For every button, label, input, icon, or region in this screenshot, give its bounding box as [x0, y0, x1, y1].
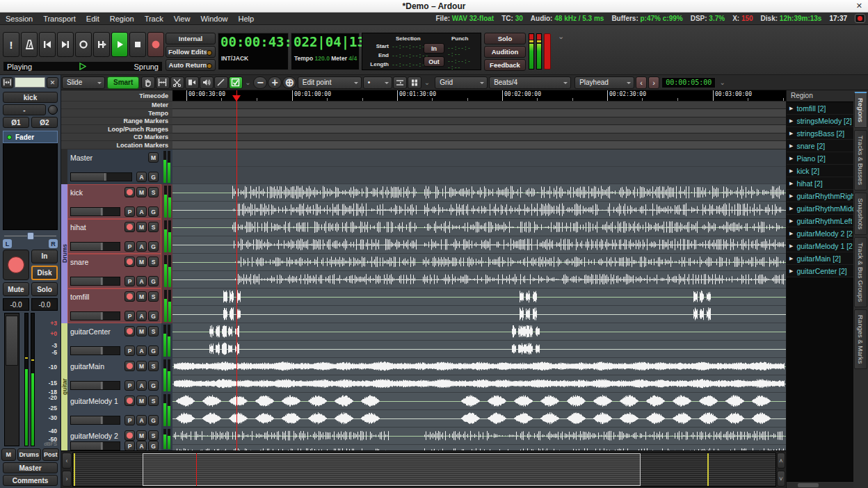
- track-mute-button[interactable]: M: [136, 396, 147, 406]
- track-playlist-button[interactable]: P: [124, 241, 135, 252]
- menu-session[interactable]: Session: [6, 15, 33, 23]
- track-group-button[interactable]: G: [148, 380, 159, 391]
- track-record-button[interactable]: [124, 257, 135, 267]
- track-mute-button[interactable]: M: [136, 291, 147, 302]
- tab-regions[interactable]: Regions: [854, 92, 867, 128]
- processor-box[interactable]: [3, 143, 58, 230]
- strip-tab-m[interactable]: M: [1, 448, 16, 461]
- track-mute-button[interactable]: M: [148, 152, 159, 163]
- region-list-item[interactable]: ▶guitarCenter [2]: [787, 265, 853, 277]
- track-header[interactable]: guitarMelody 2MSPAG: [67, 428, 161, 450]
- track-lane-canvas[interactable]: [172, 323, 786, 358]
- track-record-button[interactable]: [124, 361, 135, 371]
- grid-unit-dropdown[interactable]: Beats/4: [489, 76, 571, 89]
- phase2-button[interactable]: Ø2: [31, 117, 58, 128]
- track-automation-button[interactable]: A: [136, 345, 147, 356]
- processor-fader-entry[interactable]: Fader: [3, 131, 58, 143]
- track-automation-button[interactable]: A: [136, 241, 147, 252]
- menu-help[interactable]: Help: [239, 15, 255, 23]
- goto-end-button[interactable]: [57, 32, 74, 57]
- strip-tab-drums[interactable]: Drums: [17, 448, 41, 461]
- track-fader[interactable]: [70, 242, 120, 251]
- track-lane-canvas[interactable]: [172, 288, 786, 323]
- track-header[interactable]: guitarMelody 1MSPAG: [67, 393, 161, 428]
- track-name[interactable]: tomfill: [70, 293, 123, 301]
- track-solo-button[interactable]: S: [148, 430, 159, 441]
- track-playlist-button[interactable]: P: [124, 380, 135, 391]
- zoom-focus-dropdown[interactable]: Playhead: [574, 76, 634, 89]
- track-record-button[interactable]: [124, 430, 135, 441]
- summary-scroll-right-button[interactable]: ›: [62, 471, 72, 487]
- playhead-marker-icon[interactable]: [232, 95, 241, 106]
- track-fader[interactable]: [70, 381, 120, 390]
- trim-button[interactable]: -: [3, 104, 46, 115]
- region-list-hscrollbar[interactable]: [787, 481, 853, 488]
- monitor-input-button[interactable]: In: [31, 250, 58, 263]
- smart-mode-button[interactable]: Smart: [107, 76, 139, 89]
- gain-display-left[interactable]: -0.0: [3, 298, 29, 311]
- track-group-button[interactable]: G: [148, 241, 159, 252]
- zoom-in-icon[interactable]: +: [268, 76, 282, 89]
- track-name[interactable]: guitarMelody 2: [70, 432, 123, 440]
- region-list-item[interactable]: ▶snare [2]: [787, 140, 853, 152]
- track-playlist-button[interactable]: P: [124, 311, 135, 321]
- ruler-lane-meter[interactable]: [172, 101, 786, 109]
- track-lane-canvas[interactable]: [172, 428, 786, 450]
- region-list-item[interactable]: ▶stringsBass [2]: [787, 127, 853, 140]
- track-header[interactable]: tomfillMSPAG: [67, 288, 161, 323]
- track-record-button[interactable]: [124, 187, 135, 197]
- edit-point-dropdown[interactable]: Edit point: [298, 76, 362, 89]
- track-lane-canvas[interactable]: [172, 358, 786, 393]
- track-playlist-button[interactable]: P: [124, 441, 135, 450]
- track-fader[interactable]: [70, 277, 120, 286]
- region-list-item[interactable]: ▶Piano [2]: [787, 152, 853, 165]
- comments-button[interactable]: Comments: [3, 475, 58, 486]
- summary-view-rectangle[interactable]: [143, 453, 641, 486]
- ruler-lane-timecode[interactable]: 00:00:30:0000:01:00:0000:01:30:0000:02:0…: [172, 90, 786, 101]
- track-record-button[interactable]: [124, 291, 135, 302]
- track-lane-canvas[interactable]: [172, 254, 786, 288]
- track-solo-button[interactable]: S: [148, 326, 159, 336]
- expand-icon[interactable]: ▶: [789, 106, 793, 111]
- record-button[interactable]: [147, 32, 164, 57]
- track-header[interactable]: guitarMainMSPAG: [67, 358, 161, 393]
- track-fader[interactable]: [70, 311, 120, 320]
- track-lane-canvas[interactable]: [172, 184, 786, 219]
- edit-tool-icon[interactable]: [229, 76, 243, 89]
- group-label-guitar[interactable]: guitar: [61, 323, 67, 450]
- track-lane[interactable]: [172, 254, 786, 288]
- track-mute-button[interactable]: M: [136, 257, 147, 267]
- track-automation-button[interactable]: A: [136, 441, 147, 450]
- nudge-back-button[interactable]: ‹: [636, 76, 647, 89]
- strip-record-button[interactable]: [3, 250, 29, 280]
- primary-clock[interactable]: 00:00:43:25 INT/JACK: [218, 33, 289, 70]
- track-playlist-button[interactable]: P: [124, 345, 135, 356]
- region-list-item[interactable]: ▶kick [2]: [787, 165, 853, 177]
- ruler-lane-range-markers[interactable]: [172, 117, 786, 125]
- track-mute-button[interactable]: M: [136, 430, 147, 441]
- record-blinker-icon[interactable]: [855, 14, 865, 23]
- expand-icon[interactable]: ▶: [789, 206, 793, 211]
- track-header[interactable]: MasterMAG: [67, 149, 161, 184]
- track-group-button[interactable]: G: [148, 172, 159, 182]
- track-mute-button[interactable]: M: [136, 361, 147, 371]
- gain-display-right[interactable]: -0.0: [31, 298, 58, 311]
- expand-icon[interactable]: ▶: [789, 131, 793, 136]
- pan-handle[interactable]: [27, 232, 34, 240]
- zoom-fit-icon[interactable]: ⊕: [282, 76, 296, 89]
- fader-handle[interactable]: [6, 316, 18, 366]
- summary-overview[interactable]: [72, 453, 776, 487]
- region-list-item[interactable]: ▶guitarMain [2]: [787, 252, 853, 265]
- track-group-button[interactable]: G: [148, 206, 159, 217]
- mute-button[interactable]: Mute: [3, 282, 29, 296]
- track-solo-button[interactable]: S: [148, 187, 159, 197]
- play-button[interactable]: [111, 32, 128, 57]
- group-label-drums[interactable]: Drums: [61, 184, 67, 323]
- track-lane[interactable]: [172, 428, 786, 450]
- metronome-button[interactable]: [21, 32, 38, 57]
- track-name[interactable]: guitarMain: [70, 362, 123, 371]
- processor-active-led[interactable]: [7, 135, 12, 140]
- play-range-button[interactable]: [93, 32, 110, 57]
- midi-expander-icon[interactable]: ⌄: [424, 79, 430, 86]
- range-tool-icon[interactable]: [156, 76, 170, 89]
